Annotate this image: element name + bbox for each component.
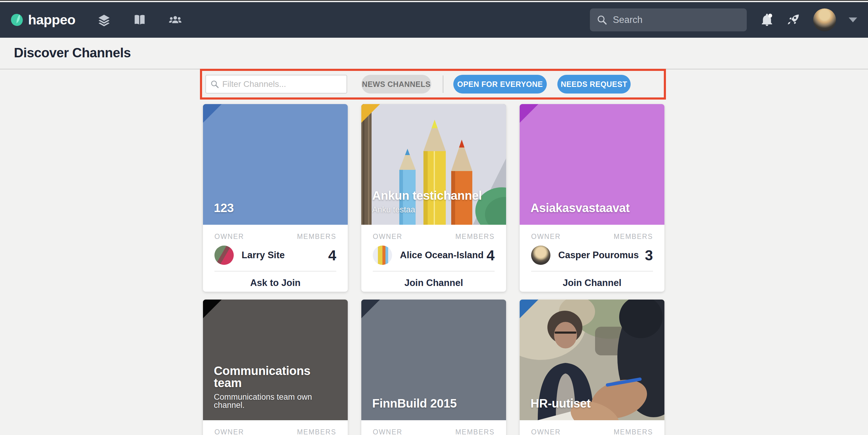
- owner-label: OWNER: [214, 428, 244, 435]
- nav-book-button[interactable]: [133, 13, 147, 27]
- channel-info: OWNER MEMBERS Larry Site 4 Ask to Join: [203, 225, 348, 292]
- channel-title: HR-uutiset: [530, 397, 654, 409]
- info-labels: OWNER MEMBERS: [531, 232, 653, 241]
- corner-ribbon: [361, 300, 380, 318]
- cover-text: 123: [203, 202, 348, 225]
- channel-card[interactable]: FinnBuild 2015 OWNER MEMBERS: [361, 300, 506, 435]
- filter-channels-input[interactable]: [222, 79, 342, 89]
- channel-subtitle: Anku testaa: [372, 206, 495, 214]
- owner-name: Alice Ocean-Island: [400, 250, 484, 261]
- channel-cover: Ankun testichannel Anku testaa: [361, 104, 506, 225]
- layers-icon: [97, 13, 111, 27]
- members-label: MEMBERS: [614, 428, 653, 435]
- cover-text: HR-uutiset: [520, 397, 664, 420]
- open-for-everyone-button[interactable]: OPEN FOR EVERYONE: [453, 75, 547, 94]
- happeo-leaf-icon: [10, 13, 24, 27]
- channel-info: OWNER MEMBERS: [520, 420, 664, 435]
- owner-name: Larry Site: [242, 250, 285, 261]
- nav-pages-button[interactable]: [97, 13, 111, 27]
- corner-ribbon: [203, 104, 222, 123]
- channel-cover: FinnBuild 2015: [361, 300, 506, 420]
- owner-label: OWNER: [373, 428, 402, 435]
- channel-card[interactable]: Asiakasvastaavat OWNER MEMBERS Casper Po…: [520, 104, 664, 292]
- channel-card[interactable]: 123 OWNER MEMBERS Larry Site 4 Ask to Jo…: [203, 104, 348, 292]
- join-action-button[interactable]: Join Channel: [531, 272, 653, 292]
- channel-cover: Communications team Communications team …: [203, 300, 348, 420]
- search-icon: [596, 14, 608, 25]
- owner-label: OWNER: [214, 232, 244, 241]
- rocket-icon: [786, 13, 801, 27]
- corner-ribbon: [520, 104, 538, 123]
- channel-title: Communications team: [214, 365, 337, 389]
- channel-title: Asiakasvastaavat: [530, 202, 654, 214]
- filter-channels-field[interactable]: [206, 75, 347, 94]
- channel-title: Ankun testichannel: [372, 189, 495, 201]
- navbar-right-icons: [760, 8, 857, 31]
- members-label: MEMBERS: [456, 428, 495, 435]
- corner-ribbon: [361, 104, 380, 123]
- notifications-button[interactable]: [760, 13, 774, 27]
- channel-cover: Asiakasvastaavat: [520, 104, 664, 225]
- channel-info: OWNER MEMBERS: [361, 420, 506, 435]
- caret-down-icon: [849, 18, 857, 22]
- cover-text: Asiakasvastaavat: [520, 202, 664, 225]
- members-label: MEMBERS: [614, 232, 653, 241]
- channel-cover: 123: [203, 104, 348, 225]
- app-window: happeo: [0, 0, 868, 435]
- search-icon: [210, 80, 219, 89]
- people-icon: [168, 13, 182, 27]
- member-count: 4: [328, 247, 336, 263]
- member-count: 3: [645, 247, 653, 263]
- search-input[interactable]: [613, 14, 740, 25]
- main-navigation: [97, 13, 182, 27]
- owner-row: Larry Site 4: [214, 246, 336, 265]
- channel-info: OWNER MEMBERS Alice Ocean-Island 4 Join …: [361, 225, 506, 292]
- owner-row: Casper Pouromus 3: [531, 246, 653, 265]
- corner-ribbon: [203, 300, 222, 318]
- brand-name: happeo: [28, 12, 75, 28]
- channel-card[interactable]: Ankun testichannel Anku testaa OWNER MEM…: [361, 104, 506, 292]
- info-labels: OWNER MEMBERS: [531, 428, 653, 435]
- account-menu-button[interactable]: [849, 18, 857, 22]
- user-avatar[interactable]: [813, 8, 836, 31]
- news-channels-button[interactable]: NEWS CHANNELS: [361, 75, 431, 94]
- owner-row: Alice Ocean-Island 4: [373, 246, 495, 265]
- channel-cover: HR-uutiset: [520, 300, 664, 420]
- channel-card[interactable]: HR-uutiset OWNER MEMBERS: [520, 300, 664, 435]
- top-navbar: happeo: [0, 2, 868, 38]
- needs-request-button[interactable]: NEEDS REQUEST: [557, 75, 631, 94]
- channel-title: FinnBuild 2015: [372, 397, 495, 409]
- page-title: Discover Channels: [14, 45, 131, 60]
- owner-avatar: [531, 246, 550, 265]
- owner-avatar: [373, 246, 392, 265]
- channel-card[interactable]: Communications team Communications team …: [203, 300, 348, 435]
- join-action-button[interactable]: Ask to Join: [214, 272, 336, 292]
- cover-text: Communications team Communications team …: [203, 365, 348, 420]
- owner-label: OWNER: [531, 428, 561, 435]
- channel-info: OWNER MEMBERS Casper Pouromus 3 Join Cha…: [520, 225, 664, 292]
- join-action-button[interactable]: Join Channel: [373, 272, 495, 292]
- channel-subtitle: Communications team own channel.: [214, 393, 337, 409]
- channel-info: OWNER MEMBERS: [203, 420, 348, 435]
- info-labels: OWNER MEMBERS: [373, 232, 495, 241]
- filter-bar: NEWS CHANNELS OPEN FOR EVERYONE NEEDS RE…: [200, 69, 666, 99]
- cover-text: FinnBuild 2015: [361, 397, 506, 420]
- global-search[interactable]: [590, 8, 747, 31]
- channel-title: 123: [214, 202, 337, 214]
- info-labels: OWNER MEMBERS: [373, 428, 495, 435]
- members-label: MEMBERS: [297, 428, 336, 435]
- corner-ribbon: [520, 300, 538, 318]
- happeo-logo[interactable]: happeo: [10, 12, 75, 28]
- channel-card-grid: 123 OWNER MEMBERS Larry Site 4 Ask to Jo…: [203, 104, 664, 435]
- window-top-edge: [0, 0, 868, 2]
- filter-separator: [443, 75, 443, 93]
- bell-icon: [760, 13, 774, 27]
- nav-people-button[interactable]: [168, 13, 182, 27]
- launcher-button[interactable]: [786, 13, 801, 27]
- member-count: 4: [487, 247, 495, 263]
- members-label: MEMBERS: [297, 232, 336, 241]
- owner-avatar: [214, 246, 234, 265]
- cover-text: Ankun testichannel Anku testaa: [361, 189, 506, 225]
- members-label: MEMBERS: [456, 232, 495, 241]
- owner-label: OWNER: [373, 232, 402, 241]
